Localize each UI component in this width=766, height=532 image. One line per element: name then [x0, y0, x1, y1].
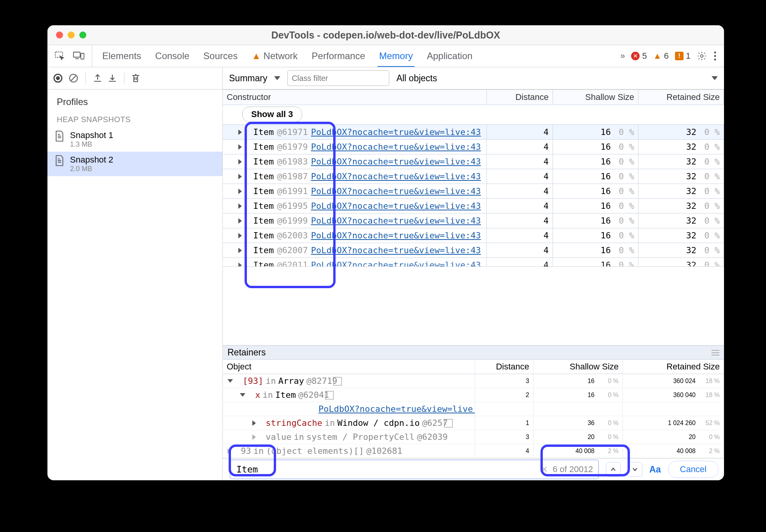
- device-icon[interactable]: [73, 51, 85, 61]
- trash-icon[interactable]: [131, 73, 140, 83]
- heap-row[interactable]: Item @61991PoLdbOX?nocache=true&view=liv…: [223, 184, 724, 199]
- search-input[interactable]: [236, 464, 536, 475]
- source-link[interactable]: PoLdbOX?nocache=true&view=live:43: [311, 201, 484, 211]
- window-controls: [47, 32, 86, 38]
- retainer-row[interactable]: 93 in (object elements)[] @102681440 008…: [223, 444, 724, 458]
- show-all-button[interactable]: Show all 3: [242, 107, 302, 122]
- col-constructor[interactable]: Constructor: [223, 90, 487, 105]
- retainer-row[interactable]: PoLdbOX?nocache=true&view=live:43: [223, 402, 724, 416]
- search-next-button[interactable]: [628, 462, 642, 477]
- col-distance[interactable]: Distance: [487, 90, 553, 105]
- heap-row[interactable]: Item @61971PoLdbOX?nocache=true&view=liv…: [223, 125, 724, 140]
- expand-icon[interactable]: [238, 159, 242, 164]
- retainers-header-row: Object Distance Shallow Size Retained Si…: [223, 360, 724, 374]
- collapse-icon[interactable]: [240, 393, 245, 397]
- heap-row[interactable]: Item @61983PoLdbOX?nocache=true&view=liv…: [223, 154, 724, 169]
- error-count-badge[interactable]: ✕ 5: [631, 51, 647, 61]
- issues-badge[interactable]: ! 1: [675, 51, 691, 61]
- gear-icon[interactable]: [697, 51, 707, 61]
- tab-network[interactable]: ▲ Network: [252, 45, 297, 67]
- snapshot-item[interactable]: Snapshot 11.3 MB: [47, 127, 222, 152]
- heap-row[interactable]: Item @62011PoLdbOX?nocache=true&view=liv…: [223, 258, 724, 267]
- search-count: 6 of 20012: [553, 464, 593, 474]
- inspect-icon[interactable]: [54, 51, 65, 61]
- expand-icon[interactable]: [252, 420, 256, 426]
- expand-icon[interactable]: [238, 203, 242, 209]
- filterbar: Summary All objects: [223, 67, 724, 89]
- searchbar: ✕ 6 of 20012 Aa Cancel: [223, 458, 724, 480]
- kebab-icon[interactable]: [713, 51, 717, 61]
- match-case-button[interactable]: Aa: [649, 464, 661, 475]
- search-prev-button[interactable]: [606, 462, 621, 477]
- source-link[interactable]: PoLdbOX?nocache=true&view=live:43: [318, 404, 475, 414]
- tab-sources[interactable]: Sources: [203, 45, 238, 67]
- expand-icon[interactable]: [227, 448, 231, 454]
- svg-point-8: [56, 76, 60, 80]
- expand-icon[interactable]: [238, 248, 242, 253]
- collapse-icon[interactable]: [227, 379, 233, 383]
- svg-point-5: [714, 55, 716, 57]
- expand-icon[interactable]: [238, 130, 242, 135]
- expand-icon[interactable]: [252, 434, 256, 440]
- snapshot-item[interactable]: Snapshot 22.0 MB: [47, 152, 222, 176]
- retainers-header: Retainers: [223, 345, 724, 360]
- expand-icon[interactable]: [238, 262, 242, 267]
- minimize-icon[interactable]: [68, 32, 75, 38]
- svg-point-6: [714, 59, 716, 61]
- svg-point-3: [701, 55, 703, 58]
- tabbar: ElementsConsoleSources▲ NetworkPerforman…: [47, 45, 724, 67]
- col-retained[interactable]: Retained Size: [638, 90, 724, 105]
- hamburger-icon[interactable]: [712, 350, 719, 355]
- heap-row[interactable]: Item @62007PoLdbOX?nocache=true&view=liv…: [223, 243, 724, 258]
- warning-count-badge[interactable]: ▲ 6: [653, 51, 669, 61]
- record-icon[interactable]: [53, 73, 63, 83]
- source-link[interactable]: PoLdbOX?nocache=true&view=live:43: [311, 172, 484, 181]
- tab-application[interactable]: Application: [427, 45, 472, 67]
- heap-row[interactable]: Item @61979PoLdbOX?nocache=true&view=liv…: [223, 140, 724, 154]
- sidebar-toolbar: [47, 67, 222, 89]
- chevron-down-icon: [274, 76, 280, 80]
- error-icon: ✕: [631, 52, 640, 60]
- view-dropdown[interactable]: Summary: [229, 73, 280, 84]
- source-link[interactable]: PoLdbOX?nocache=true&view=live:43: [311, 157, 484, 166]
- retainer-row[interactable]: x in Item @62041 ⃞2160 %360 04018 %: [223, 388, 724, 402]
- heap-row[interactable]: Item @61987PoLdbOX?nocache=true&view=liv…: [223, 169, 724, 184]
- source-link[interactable]: PoLdbOX?nocache=true&view=live:43: [311, 142, 484, 152]
- heap-row[interactable]: Item @61995PoLdbOX?nocache=true&view=liv…: [223, 199, 724, 214]
- upload-icon[interactable]: [93, 73, 102, 83]
- download-icon[interactable]: [108, 73, 117, 83]
- expand-icon[interactable]: [238, 218, 242, 224]
- retainer-row[interactable]: [93] in Array @82719 ⃞3160 %360 02418 %: [223, 374, 724, 388]
- heap-row[interactable]: Item @62003PoLdbOX?nocache=true&view=liv…: [223, 228, 724, 243]
- source-link[interactable]: PoLdbOX?nocache=true&view=live:43: [311, 216, 484, 226]
- svg-rect-2: [81, 53, 84, 59]
- expand-icon[interactable]: [238, 144, 242, 150]
- retainer-row[interactable]: stringCache in Window / cdpn.io @6257 ⃞1…: [223, 416, 724, 430]
- tab-performance[interactable]: Performance: [312, 45, 365, 67]
- source-link[interactable]: PoLdbOX?nocache=true&view=live:43: [311, 260, 484, 267]
- expand-icon[interactable]: [238, 233, 242, 238]
- col-shallow[interactable]: Shallow Size: [553, 90, 638, 105]
- more-tabs[interactable]: »: [620, 51, 625, 61]
- tab-memory[interactable]: Memory: [379, 45, 413, 67]
- expand-icon[interactable]: [238, 189, 242, 194]
- search-box: ✕ 6 of 20012: [230, 460, 599, 479]
- source-link[interactable]: PoLdbOX?nocache=true&view=live:43: [311, 127, 484, 137]
- retainer-row[interactable]: value in system / PropertyCell @62039320…: [223, 430, 724, 444]
- cancel-button[interactable]: Cancel: [668, 461, 719, 478]
- zoom-icon[interactable]: [79, 32, 86, 38]
- source-link[interactable]: PoLdbOX?nocache=true&view=live:43: [311, 245, 484, 255]
- snapshot-icon: [54, 130, 65, 142]
- clear-icon[interactable]: [68, 73, 79, 83]
- tab-console[interactable]: Console: [155, 45, 189, 67]
- source-link[interactable]: PoLdbOX?nocache=true&view=live:43: [311, 231, 484, 240]
- scope-label[interactable]: All objects: [396, 73, 437, 84]
- tab-elements[interactable]: Elements: [102, 45, 141, 67]
- close-icon[interactable]: [56, 32, 63, 38]
- chevron-down-icon[interactable]: [712, 76, 718, 80]
- expand-icon[interactable]: [238, 174, 242, 179]
- class-filter-input[interactable]: [287, 70, 389, 86]
- clear-search-icon[interactable]: ✕: [540, 464, 548, 475]
- source-link[interactable]: PoLdbOX?nocache=true&view=live:43: [311, 186, 484, 196]
- heap-row[interactable]: Item @61999PoLdbOX?nocache=true&view=liv…: [223, 214, 724, 228]
